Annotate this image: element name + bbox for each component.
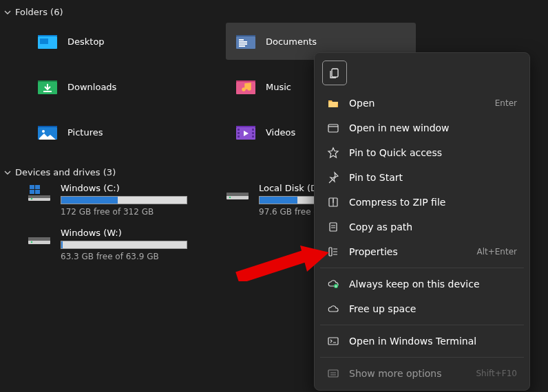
separator xyxy=(320,357,524,358)
svg-rect-1 xyxy=(40,39,48,44)
drive-name: Windows (W:) xyxy=(61,228,187,238)
ctx-label: Properties xyxy=(349,246,467,257)
ctx-copy-path[interactable]: Copy as path xyxy=(319,215,525,239)
context-toprow xyxy=(319,57,525,91)
drive-free: 172 GB free of 312 GB xyxy=(61,207,187,217)
ctx-open[interactable]: Open Enter xyxy=(319,91,525,116)
svg-rect-31 xyxy=(332,69,338,77)
open-folder-icon xyxy=(327,97,339,109)
ctx-open-terminal[interactable]: Open in Windows Terminal xyxy=(319,329,525,353)
svg-rect-22 xyxy=(35,185,40,189)
folder-label: Desktop xyxy=(67,36,105,47)
ctx-compress-zip[interactable]: Compress to ZIP file xyxy=(319,190,525,215)
svg-point-10 xyxy=(42,130,45,133)
ctx-label: Free up space xyxy=(349,303,517,314)
svg-rect-34 xyxy=(330,223,337,231)
svg-rect-4 xyxy=(239,41,247,43)
svg-rect-17 xyxy=(252,135,254,138)
separator xyxy=(320,268,524,268)
cloud-download-icon xyxy=(327,278,339,290)
ctx-label: Open in new window xyxy=(349,122,517,133)
drive-icon xyxy=(28,228,51,247)
star-icon xyxy=(327,146,339,159)
ctx-label: Copy as path xyxy=(349,221,517,232)
drive-usage-bar xyxy=(61,196,187,204)
svg-rect-26 xyxy=(226,193,249,196)
svg-rect-23 xyxy=(30,190,34,194)
folder-label: Documents xyxy=(266,36,317,47)
ctx-label: Pin to Quick access xyxy=(349,147,517,158)
drive-usage-bar xyxy=(61,241,187,249)
svg-rect-35 xyxy=(329,248,332,256)
folder-label: Downloads xyxy=(67,82,116,92)
downloads-icon xyxy=(37,78,58,96)
drive-free: 63.3 GB free of 63.9 GB xyxy=(61,252,187,261)
ctx-label: Open xyxy=(349,98,485,109)
folders-label: Folders (6) xyxy=(15,7,63,17)
ctx-shortcut: Alt+Enter xyxy=(476,247,517,257)
svg-rect-14 xyxy=(238,135,240,138)
music-icon xyxy=(235,78,256,96)
terminal-icon xyxy=(327,335,339,347)
folder-label: Music xyxy=(266,82,291,92)
context-menu: Open Enter Open in new window Pin to Qui… xyxy=(314,52,530,391)
chevron-down-icon xyxy=(4,169,11,176)
properties-icon xyxy=(327,246,339,258)
svg-rect-37 xyxy=(328,338,338,345)
svg-rect-5 xyxy=(239,43,247,45)
folder-pictures[interactable]: Pictures xyxy=(28,113,218,151)
svg-point-27 xyxy=(229,197,231,198)
svg-rect-15 xyxy=(252,129,254,131)
ctx-shortcut: Enter xyxy=(495,98,517,108)
folder-downloads[interactable]: Downloads xyxy=(28,68,218,105)
drive-w[interactable]: Windows (W:) 63.3 GB free of 63.9 GB xyxy=(28,228,226,261)
svg-point-30 xyxy=(31,241,32,243)
chevron-down-icon xyxy=(4,9,11,16)
svg-rect-16 xyxy=(252,132,254,134)
ctx-properties[interactable]: Properties Alt+Enter xyxy=(319,239,525,264)
ctx-label: Show more options xyxy=(349,368,466,379)
drives-label: Devices and drives (3) xyxy=(15,167,116,177)
svg-rect-38 xyxy=(328,370,338,377)
ctx-label: Compress to ZIP file xyxy=(349,197,517,208)
ctx-label: Pin to Start xyxy=(349,172,517,183)
more-options-icon xyxy=(327,367,339,380)
videos-icon xyxy=(235,123,256,141)
separator xyxy=(320,325,524,325)
folders-header[interactable]: Folders (6) xyxy=(0,0,548,23)
zip-icon xyxy=(327,196,339,208)
svg-rect-19 xyxy=(28,195,50,198)
pictures-icon xyxy=(37,123,58,141)
ctx-shortcut: Shift+F10 xyxy=(476,369,517,378)
ctx-pin-start[interactable]: Pin to Start xyxy=(319,165,525,190)
drive-name: Windows (C:) xyxy=(61,183,187,193)
ctx-free-space[interactable]: Free up space xyxy=(319,296,525,321)
folder-label: Videos xyxy=(266,127,295,138)
svg-rect-24 xyxy=(35,190,40,194)
svg-rect-32 xyxy=(328,124,338,132)
ctx-open-new-window[interactable]: Open in new window xyxy=(319,116,525,140)
folder-label: Pictures xyxy=(67,127,103,138)
svg-rect-3 xyxy=(239,39,244,41)
desktop-icon xyxy=(37,32,58,50)
drive-icon xyxy=(226,183,249,202)
copy-icon[interactable] xyxy=(322,61,347,85)
cloud-icon xyxy=(327,303,339,315)
drive-c[interactable]: Windows (C:) 172 GB free of 312 GB xyxy=(28,183,226,217)
svg-rect-12 xyxy=(238,129,240,131)
ctx-pin-quick-access[interactable]: Pin to Quick access xyxy=(319,140,525,165)
svg-rect-29 xyxy=(28,237,50,241)
svg-point-20 xyxy=(31,198,32,199)
svg-rect-21 xyxy=(30,185,34,189)
new-window-icon xyxy=(327,122,339,134)
svg-rect-6 xyxy=(239,45,245,47)
folder-desktop[interactable]: Desktop xyxy=(28,23,218,60)
pin-icon xyxy=(327,171,339,184)
drive-os-icon xyxy=(28,183,51,202)
ctx-label: Always keep on this device xyxy=(349,279,517,290)
ctx-always-keep[interactable]: Always keep on this device xyxy=(319,272,525,296)
copy-path-icon xyxy=(327,221,339,233)
ctx-show-more[interactable]: Show more options Shift+F10 xyxy=(319,361,525,386)
svg-rect-13 xyxy=(238,132,240,134)
ctx-label: Open in Windows Terminal xyxy=(349,336,517,347)
